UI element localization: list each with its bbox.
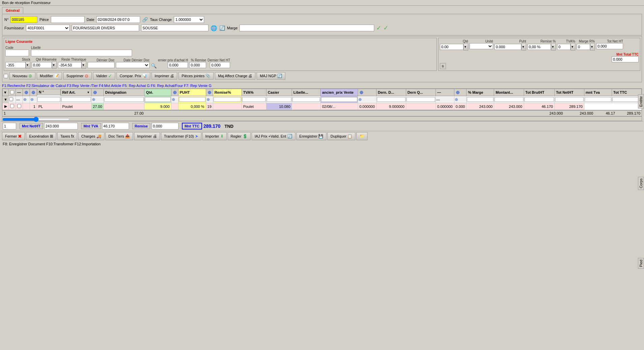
valider-button[interactable]: Valider ✓ [93, 72, 115, 80]
comparer-prix-button[interactable]: Compar. Prix 📊 [117, 72, 150, 80]
num-input[interactable] [10, 16, 37, 23]
th-casier[interactable]: Casier [266, 89, 292, 96]
filter-check1[interactable] [9, 96, 13, 102]
th-pct-marge[interactable]: % Marge [466, 89, 494, 96]
code-input[interactable] [5, 50, 29, 56]
filter-pct-marge[interactable] [467, 97, 493, 102]
filter-tva[interactable] [242, 97, 266, 102]
row-check2[interactable] [17, 104, 21, 108]
enregistrer-button[interactable]: Enregistrer 💾 [296, 132, 327, 140]
qte-res-spin-down[interactable]: ▼ [52, 61, 57, 69]
reste-theorique-input[interactable] [58, 62, 82, 68]
th-libelle[interactable]: Libelle... [292, 89, 321, 96]
th-remise[interactable]: Remise% [213, 89, 242, 96]
toolbar-checkbox[interactable] [4, 74, 8, 78]
remise-spin[interactable]: ▼ [551, 43, 556, 51]
horizontal-scrollbar[interactable] [2, 116, 642, 121]
filter-designation[interactable] [104, 97, 144, 102]
filter-ancien-prix[interactable] [321, 97, 357, 102]
th-nav1[interactable]: ⊕ [23, 89, 30, 96]
th-nav3[interactable]: ⊕ [91, 89, 104, 96]
filter-remise[interactable] [214, 97, 241, 102]
filter-mnt-tva[interactable] [585, 97, 611, 102]
maj-affect-charge-button[interactable]: Maj Affect Charge 🖨 [215, 72, 255, 80]
taux-change-select[interactable]: 1.000000 [174, 16, 204, 23]
dernier-doc-input[interactable] [88, 62, 115, 68]
th-filter[interactable]: ▼ [3, 89, 9, 96]
th-nav5[interactable]: ⊕ [206, 89, 213, 96]
table-row[interactable]: ▶ 1 PL Poulet 27.00 9.000 0,000 % 19 Pou… [3, 103, 642, 110]
remise-sum-input[interactable] [152, 123, 179, 129]
marge-r-spin[interactable]: ▼ [590, 43, 595, 51]
imprimer-bottom-button[interactable]: Imprimer 🖨 [134, 132, 160, 140]
th-ref-art[interactable]: Réf Art. ▼ [61, 89, 91, 96]
puht-input[interactable] [494, 44, 521, 50]
summary-count-input[interactable] [3, 123, 16, 129]
ref-sort-icon[interactable]: ▼ [87, 91, 90, 94]
tab-general[interactable]: Général [2, 7, 23, 14]
libelle-input[interactable] [31, 50, 132, 56]
filter-n[interactable] [37, 97, 60, 102]
filter-casier[interactable] [267, 97, 291, 102]
filter-qte[interactable] [145, 97, 170, 102]
th-check-all[interactable] [9, 89, 16, 96]
th-tot-ttc[interactable]: Tot TTC [612, 89, 641, 96]
th-dern-q[interactable]: Dern Q... [406, 89, 436, 96]
taxes-button[interactable]: Taxes fx [57, 132, 77, 140]
qte-field-spin[interactable]: ▼ [463, 43, 468, 51]
filter-libelle[interactable] [292, 97, 320, 102]
th-tva[interactable]: TVA% [242, 89, 266, 96]
iaj-prix-button[interactable]: IAJ Prix +Valid. Ent 🔄 [252, 132, 295, 140]
maj-ngp-button[interactable]: MAJ NGP 🔄 [257, 72, 285, 80]
date-input[interactable] [96, 16, 140, 23]
sidebar-corps[interactable]: Corps [638, 177, 644, 190]
data-table-container[interactable]: ▼ — ⊕ ⊕ N ° Réf Art. ▼ ⊕ Désignation Qté… [2, 88, 642, 110]
th-tot-brut-ht[interactable]: Tot BrutHT [524, 89, 554, 96]
th-ancien-prix[interactable]: ancien_prix Vente [321, 89, 358, 96]
unite-select[interactable] [470, 43, 493, 49]
mnt-total-ttc-input[interactable] [612, 56, 639, 62]
row-check1[interactable] [10, 104, 14, 108]
tot-net-ht-input[interactable] [596, 43, 623, 49]
th-tot-net-ht[interactable]: Tot NetHT [554, 89, 584, 96]
th-dern-d[interactable]: Dern. D... [376, 89, 406, 96]
regler-button[interactable]: Regler 💲 [228, 132, 251, 140]
th-puht[interactable]: PUHT [178, 89, 206, 96]
th-dernier[interactable]: — [436, 89, 454, 96]
th-montant[interactable]: Montant... [494, 89, 524, 96]
charges-button[interactable]: Charges 🚚 [78, 132, 104, 140]
fournisseur-city-input[interactable] [141, 25, 208, 31]
filter-dern-q[interactable] [407, 97, 435, 102]
dupliquer-button[interactable]: Dupliquer 📋 [327, 132, 355, 140]
dernier-prix-input[interactable] [168, 62, 188, 68]
pieces-jointes-button[interactable]: Pièces jointes 📎 [179, 72, 214, 80]
supprimer-button[interactable]: Supprimer ⊖ [63, 72, 92, 80]
dernier-net-ht-input[interactable] [210, 62, 230, 68]
search-icon[interactable]: 🔍 [151, 63, 157, 68]
th-qte[interactable]: Qté. [144, 89, 171, 96]
filter-tot-brut[interactable] [524, 97, 554, 102]
sidebar-entete[interactable]: Entête [638, 94, 644, 109]
th-designation[interactable]: Désignation [104, 89, 144, 96]
fournisseur-code-select[interactable]: 401F0001 [26, 25, 70, 31]
filter-tot-ttc[interactable] [612, 97, 641, 102]
mnt-net-ht-input[interactable] [44, 123, 78, 129]
filter-montant[interactable] [494, 97, 523, 102]
pct-remise-input[interactable] [189, 62, 206, 68]
remise-pct-input[interactable] [527, 44, 551, 50]
transformer-button[interactable]: Transformer (F10) ➤ [161, 132, 201, 140]
fermer-button[interactable]: Fermer ✖ [2, 132, 25, 140]
mnt-tva-input[interactable] [102, 123, 129, 129]
imprimer-button[interactable]: Imprimer 🖨 [152, 72, 177, 80]
th-n[interactable]: N ° [37, 89, 61, 95]
qte-reservee-input[interactable] [32, 62, 52, 68]
th-nav2[interactable]: ⊕ [30, 89, 37, 96]
check-icon-2[interactable]: ✓ [383, 24, 388, 32]
tva-input[interactable] [557, 44, 571, 50]
check-icon-1[interactable]: ✓ [376, 24, 381, 32]
th-mnt-tva[interactable]: mnt Tva [584, 89, 612, 96]
nouveau-button[interactable]: Nouveau ⊕ [9, 72, 35, 80]
puht-spin[interactable]: ▼ [521, 43, 526, 51]
filter-dern-d[interactable] [377, 97, 406, 102]
link-icon[interactable]: 🔗 [142, 17, 148, 22]
